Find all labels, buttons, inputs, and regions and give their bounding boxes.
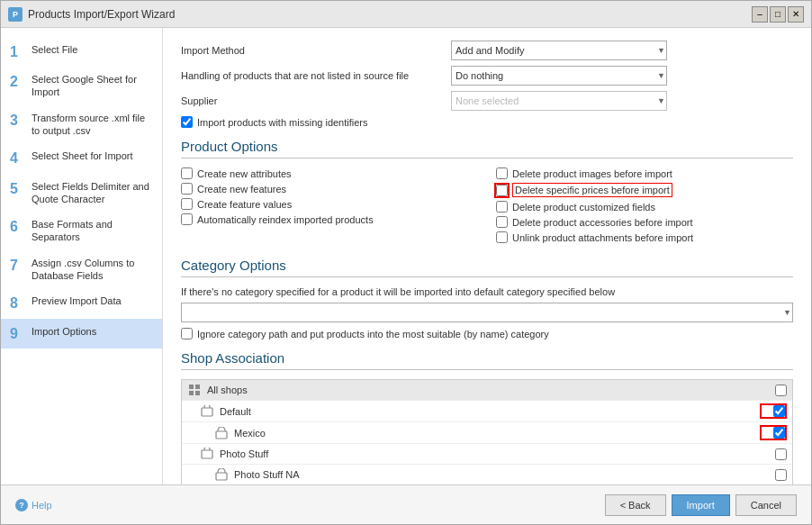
svg-rect-7 <box>216 473 227 480</box>
sidebar-num-2: 2 <box>10 73 24 90</box>
sidebar-label-2: Select Google Sheet for Import <box>32 73 153 99</box>
svg-rect-1 <box>195 385 200 389</box>
import-method-row: Import Method Add and Modify Add Only Mo… <box>181 41 793 60</box>
footer: ? Help < Back Import Cancel <box>1 484 811 524</box>
sidebar-label-4: Select Sheet for Import <box>32 149 133 162</box>
shop-table: All shops Default <box>181 379 793 484</box>
create-feature-values-row: Create feature values <box>181 198 478 210</box>
supplier-row: Supplier None selected ▼ <box>181 91 793 111</box>
sidebar-num-7: 7 <box>10 257 24 274</box>
sidebar-label-8: Preview Import Data <box>32 294 122 307</box>
create-attributes-row: Create new attributes <box>181 167 478 179</box>
svg-rect-4 <box>202 408 212 416</box>
content-area: Import Method Add and Modify Add Only Mo… <box>163 28 811 484</box>
photostuff-name: Photo Stuff <box>220 448 760 459</box>
sidebar-item-3[interactable]: 3 Transform source .xml file to output .… <box>1 105 162 144</box>
svg-rect-2 <box>189 391 194 395</box>
delete-images-label: Delete product images before import <box>512 168 672 179</box>
minimize-button[interactable]: – <box>752 6 768 23</box>
auto-reindex-label: Automatically reindex imported products <box>197 214 374 225</box>
product-options-left: Create new attributes Create new feature… <box>181 167 478 247</box>
default-category-wrapper: ▼ <box>181 303 793 322</box>
all-shops-name: All shops <box>207 385 760 395</box>
help-link[interactable]: ? Help <box>15 499 52 511</box>
main-content: 1 Select File 2 Select Google Sheet for … <box>1 28 811 484</box>
titlebar-buttons: – □ ✕ <box>752 6 804 23</box>
delete-images-row: Delete product images before import <box>496 167 793 179</box>
shop-row-all: All shops <box>182 380 792 401</box>
photostuff-checkbox[interactable] <box>775 448 787 460</box>
supplier-select[interactable]: None selected <box>451 91 667 111</box>
photostuffna-check <box>760 469 787 481</box>
sidebar-num-9: 9 <box>10 325 24 342</box>
delete-customized-checkbox[interactable] <box>496 201 508 213</box>
auto-reindex-checkbox[interactable] <box>181 213 193 225</box>
sidebar-item-2[interactable]: 2 Select Google Sheet for Import <box>1 67 162 105</box>
import-missing-row: Import products with missing identifiers <box>181 116 793 128</box>
auto-reindex-row: Automatically reindex imported products <box>181 213 478 225</box>
sidebar-label-6: Base Formats and Separators <box>32 218 153 244</box>
delete-customized-row: Delete product customized fields <box>496 201 793 213</box>
create-features-checkbox[interactable] <box>181 183 193 195</box>
all-shops-icon <box>187 383 202 397</box>
sidebar-label-5: Select Fields Delimiter and Quote Charac… <box>32 180 153 206</box>
shop-row-default: Default <box>182 401 792 422</box>
photostuffna-checkbox[interactable] <box>775 469 787 481</box>
import-missing-checkbox[interactable] <box>181 116 193 128</box>
sidebar-label-1: Select File <box>32 43 77 56</box>
sidebar-item-4[interactable]: 4 Select Sheet for Import <box>1 143 162 173</box>
sidebar-item-1[interactable]: 1 Select File <box>1 37 162 67</box>
maximize-button[interactable]: □ <box>770 6 786 23</box>
back-button[interactable]: < Back <box>605 494 666 516</box>
unlink-attachments-checkbox[interactable] <box>496 231 508 243</box>
category-description: If there's no category specified for a p… <box>181 286 793 297</box>
mexico-shop-name: Mexico <box>234 428 760 439</box>
ignore-path-row: Ignore category path and put products in… <box>181 328 793 339</box>
default-shop-check <box>760 403 787 419</box>
create-features-row: Create new features <box>181 183 478 195</box>
sidebar-item-7[interactable]: 7 Assign .csv Columns to Database Fields <box>1 250 162 289</box>
all-shops-checkbox[interactable] <box>775 385 787 396</box>
handling-select[interactable]: Do nothing Disable Delete <box>451 66 667 86</box>
svg-rect-6 <box>202 450 212 458</box>
sidebar-item-6[interactable]: 6 Base Formats and Separators <box>1 212 162 250</box>
sidebar-item-5[interactable]: 5 Select Fields Delimiter and Quote Char… <box>1 174 162 213</box>
import-method-select-wrapper: Add and Modify Add Only Modify Only ▼ <box>451 41 667 60</box>
sidebar-num-3: 3 <box>10 112 24 129</box>
handling-row: Handling of products that are not listed… <box>181 66 793 86</box>
sidebar-label-3: Transform source .xml file to output .cs… <box>32 112 153 138</box>
shop-association-title: Shop Association <box>181 350 793 370</box>
sidebar: 1 Select File 2 Select Google Sheet for … <box>1 28 163 484</box>
photostuffna-name: Photo Stuff NA <box>234 469 760 480</box>
close-button[interactable]: ✕ <box>788 6 804 23</box>
default-shop-checkbox[interactable] <box>773 405 785 417</box>
create-attributes-label: Create new attributes <box>197 168 292 179</box>
shop-row-mexico: Mexico <box>182 422 792 444</box>
sidebar-item-9[interactable]: 9 Import Options <box>1 319 162 348</box>
help-icon: ? <box>15 499 28 511</box>
create-attributes-checkbox[interactable] <box>181 167 193 179</box>
product-options-right: Delete product images before import Dele… <box>496 167 793 247</box>
import-missing-label: Import products with missing identifiers <box>197 117 368 128</box>
cancel-button[interactable]: Cancel <box>735 494 797 516</box>
mexico-shop-icon <box>214 426 229 440</box>
sidebar-num-8: 8 <box>10 294 24 312</box>
delete-accessories-checkbox[interactable] <box>496 216 508 228</box>
footer-buttons: < Back Import Cancel <box>605 494 797 516</box>
import-method-select[interactable]: Add and Modify Add Only Modify Only <box>451 41 667 60</box>
default-category-input[interactable] <box>181 303 793 322</box>
ignore-path-checkbox[interactable] <box>181 328 193 339</box>
sidebar-item-8[interactable]: 8 Preview Import Data <box>1 288 162 318</box>
create-feature-values-checkbox[interactable] <box>181 198 193 210</box>
sidebar-label-9: Import Options <box>32 325 96 338</box>
photostuff-check <box>760 448 787 460</box>
delete-prices-checkbox[interactable] <box>496 185 508 196</box>
import-button[interactable]: Import <box>672 494 730 516</box>
titlebar: P Products Import/Export Wizard – □ ✕ <box>1 1 811 28</box>
default-shop-name: Default <box>220 406 760 417</box>
product-options-title: Product Options <box>181 139 793 158</box>
delete-accessories-row: Delete product accessories before import <box>496 216 793 228</box>
delete-images-checkbox[interactable] <box>496 167 508 179</box>
delete-customized-label: Delete product customized fields <box>512 202 655 213</box>
mexico-shop-checkbox[interactable] <box>773 427 785 439</box>
